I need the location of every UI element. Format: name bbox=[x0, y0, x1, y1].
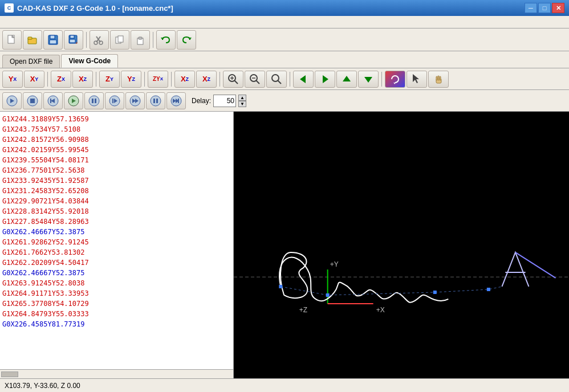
undo-button[interactable] bbox=[156, 30, 176, 50]
open-button[interactable] bbox=[23, 30, 42, 50]
svg-rect-18 bbox=[139, 37, 142, 39]
axis-sep-6 bbox=[290, 72, 290, 87]
copy-button[interactable] bbox=[110, 30, 129, 50]
svg-line-29 bbox=[278, 80, 281, 84]
maximize-button[interactable]: □ bbox=[538, 3, 551, 13]
svg-marker-34 bbox=[393, 83, 395, 84]
minimize-button[interactable]: ─ bbox=[525, 3, 537, 13]
axis-xz3-button[interactable]: XZ bbox=[196, 71, 217, 88]
horizontal-scrollbar[interactable] bbox=[0, 369, 233, 378]
statusbar: X103.79, Y-33.60, Z 0.00 bbox=[0, 378, 569, 392]
svg-marker-32 bbox=[343, 76, 351, 81]
save-button[interactable] bbox=[43, 30, 63, 50]
svg-point-49 bbox=[89, 96, 99, 106]
gcode-line: G1X231.24583Y52.65208 bbox=[2, 186, 231, 196]
status-text: X103.79, Y-33.60, Z 0.00 bbox=[5, 382, 80, 390]
gcode-line: G1X229.90721Y54.03844 bbox=[2, 196, 231, 206]
play-button[interactable] bbox=[64, 92, 83, 109]
gcode-line: G1X236.77501Y52.5638 bbox=[2, 165, 231, 175]
axis-xz-button[interactable]: XZ bbox=[72, 71, 93, 88]
gcode-line: G0X262.46667Y52.3875 bbox=[2, 227, 231, 237]
axis-yx-button[interactable]: YX bbox=[2, 71, 23, 88]
close-button[interactable]: ✕ bbox=[552, 3, 564, 13]
axis-sep-5 bbox=[220, 72, 220, 87]
paste-button[interactable] bbox=[131, 30, 150, 50]
delay-input[interactable] bbox=[213, 95, 236, 107]
zoom-fit-button[interactable] bbox=[266, 71, 287, 88]
svg-rect-64 bbox=[178, 99, 179, 103]
pan-down-button[interactable] bbox=[358, 71, 379, 88]
window-controls: ─ □ ✕ bbox=[525, 3, 564, 13]
svg-marker-33 bbox=[364, 77, 372, 83]
canvas-panel bbox=[234, 112, 569, 378]
next-button[interactable] bbox=[125, 92, 145, 109]
rotate-button[interactable] bbox=[385, 71, 405, 88]
stop-button[interactable] bbox=[23, 92, 42, 109]
gcode-line: G1X239.55504Y54.08171 bbox=[2, 155, 231, 165]
svg-rect-39 bbox=[440, 76, 441, 80]
gcode-line: G1X243.7534Y57.5108 bbox=[2, 124, 231, 134]
axis-xy-button[interactable]: XY bbox=[24, 71, 44, 88]
tab-view-gcode[interactable]: View G-Code bbox=[61, 54, 118, 68]
gcode-line: G1X261.7662Y53.81302 bbox=[2, 247, 231, 258]
pause-button[interactable] bbox=[84, 92, 104, 109]
gcode-line: G1X265.37708Y54.10729 bbox=[2, 299, 231, 309]
delay-increment[interactable]: ▲ bbox=[238, 95, 246, 101]
svg-line-22 bbox=[234, 80, 238, 84]
pan-right-button[interactable] bbox=[315, 71, 335, 88]
app-icon: C bbox=[5, 3, 14, 13]
axis-zyx-button[interactable]: ZYX bbox=[148, 71, 168, 88]
gcode-panel: G1X244.31889Y57.13659G1X243.7534Y57.5108… bbox=[0, 112, 234, 378]
tabbar: Open DXF file View G-Code bbox=[0, 51, 569, 68]
cut-button[interactable] bbox=[90, 30, 109, 50]
toolbar-separator-1 bbox=[86, 32, 87, 48]
svg-point-13 bbox=[94, 41, 97, 44]
load-button[interactable] bbox=[2, 92, 22, 109]
drawing-canvas bbox=[234, 112, 569, 378]
prev-button[interactable] bbox=[43, 92, 63, 109]
save-as-button[interactable]: + bbox=[64, 30, 83, 50]
svg-rect-43 bbox=[30, 99, 35, 103]
pan-left-button[interactable] bbox=[293, 71, 314, 88]
svg-marker-19 bbox=[161, 38, 164, 40]
hand-button[interactable] bbox=[428, 71, 449, 88]
axis-toolbar: YX XY ZX XZ ZY YZ ZYX XZ XZ bbox=[0, 68, 569, 90]
gcode-line: G1X228.83142Y55.92018 bbox=[2, 206, 231, 217]
gcode-line: G1X242.81572Y56.90988 bbox=[2, 134, 231, 145]
pan-up-button[interactable] bbox=[336, 71, 357, 88]
svg-rect-38 bbox=[438, 76, 439, 80]
main-window: C CAD-KAS DXF 2 G-Code 1.0 - [noname.cnc… bbox=[0, 0, 569, 392]
svg-marker-35 bbox=[413, 74, 419, 83]
next-frame-button[interactable] bbox=[105, 92, 124, 109]
delay-decrement[interactable]: ▼ bbox=[238, 101, 246, 107]
gcode-line: G1X262.20209Y54.50417 bbox=[2, 258, 231, 268]
svg-rect-60 bbox=[156, 99, 158, 103]
axis-sep-3 bbox=[144, 72, 145, 87]
forward-button[interactable] bbox=[166, 92, 186, 109]
new-button[interactable] bbox=[2, 30, 22, 50]
scrollbar-thumb[interactable] bbox=[1, 371, 18, 377]
redo-button[interactable] bbox=[177, 30, 196, 50]
gcode-scroll[interactable]: G1X244.31889Y57.13659G1X243.7534Y57.5108… bbox=[0, 112, 233, 369]
zoom-out-button[interactable] bbox=[245, 71, 265, 88]
gcode-line: G1X233.92435Y51.92587 bbox=[2, 175, 231, 186]
gcode-line: G1X227.85484Y58.28963 bbox=[2, 217, 231, 227]
delay-section: Delay: ▲ ▼ bbox=[192, 95, 246, 107]
axis-xz2-button[interactable]: XZ bbox=[174, 71, 195, 88]
svg-line-26 bbox=[256, 80, 259, 84]
axis-zy-button[interactable]: ZY bbox=[99, 71, 120, 88]
axis-sep-4 bbox=[171, 72, 172, 87]
control-toolbar: Delay: ▲ ▼ bbox=[0, 90, 569, 112]
tab-open-dxf[interactable]: Open DXF file bbox=[2, 55, 60, 68]
pause2-button[interactable] bbox=[146, 92, 165, 109]
axis-yz-button[interactable]: YZ bbox=[121, 71, 141, 88]
svg-rect-50 bbox=[92, 99, 94, 103]
gcode-line: G1X261.92862Y52.91245 bbox=[2, 237, 231, 247]
svg-rect-53 bbox=[112, 99, 113, 103]
axis-zx-button[interactable]: ZX bbox=[51, 71, 71, 88]
zoom-in-button[interactable] bbox=[223, 71, 243, 88]
gcode-line: G0X226.4585Y81.77319 bbox=[2, 319, 231, 329]
titlebar: C CAD-KAS DXF 2 G-Code 1.0 - [noname.cnc… bbox=[0, 0, 569, 16]
svg-rect-9 bbox=[70, 39, 75, 43]
pointer-button[interactable] bbox=[407, 71, 427, 88]
